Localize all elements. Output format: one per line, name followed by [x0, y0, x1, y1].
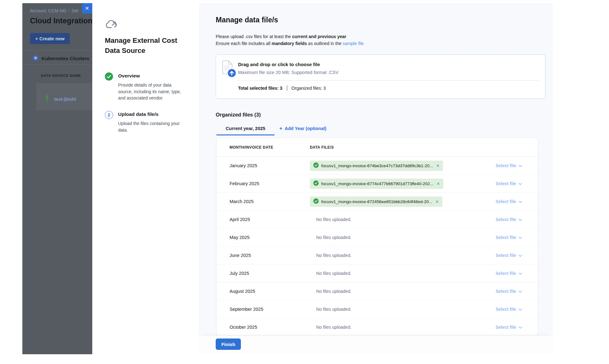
select-file-label: Select file	[496, 199, 516, 204]
instructions-line2: Ensure each file includes all mandatory …	[216, 40, 364, 47]
month-label: March 2025	[217, 199, 310, 204]
empty-files-text: No files uploaded.	[316, 307, 351, 312]
chevron-down-icon	[519, 289, 522, 294]
select-file-dropdown[interactable]: Select file	[496, 253, 522, 258]
empty-files-text: No files uploaded.	[316, 217, 351, 222]
table-row: September 2025No files uploaded.Select f…	[217, 300, 538, 318]
file-chip: focusv1_mongo-invoice-6774c477b667901d77…	[310, 179, 443, 189]
data-file-cell: focusv1_mongo-invoice-672456ee851bbb28c6…	[310, 196, 481, 207]
dropzone-title: Drag and drop or click to choose file	[238, 62, 320, 67]
organized-files-card: MONTH/INVOICE DATE DATA FILE/S January 2…	[216, 138, 538, 336]
organized-files-heading: Organized files (3)	[216, 112, 261, 118]
instructions-line1: Please upload .csv files for at least th…	[216, 33, 364, 40]
table-body: January 2025focusv1_mongo-invoice-674be3…	[217, 157, 538, 336]
manage-external-cost-drawer: Manage External Cost Data Source Overvie…	[92, 3, 553, 354]
upload-file-icon	[221, 60, 237, 79]
chevron-down-icon	[519, 163, 522, 168]
data-source-row-content: test-jbisht	[45, 94, 76, 105]
drawer-footer: Finish	[199, 336, 553, 354]
month-label: May 2025	[217, 235, 310, 240]
page-title: Cloud Integration	[30, 16, 92, 25]
select-file-label: Select file	[496, 289, 516, 294]
table-row: February 2025focusv1_mongo-invoice-6774c…	[217, 175, 538, 193]
data-file-cell: No files uploaded.	[310, 217, 481, 222]
month-label: January 2025	[217, 163, 310, 168]
organized-files-count: Organized files: 3	[292, 86, 326, 91]
file-dropzone[interactable]: Drag and drop or click to choose file Ma…	[216, 54, 545, 99]
cloud-external-icon	[105, 18, 118, 31]
table-row: June 2025No files uploaded.Select file	[217, 247, 538, 264]
file-uploaded-check-icon	[313, 162, 319, 169]
dimmed-background-page: Account: CCM-NG›Set Cloud Integration + …	[22, 3, 92, 354]
month-label: April 2025	[217, 217, 310, 222]
totals-divider	[287, 85, 287, 91]
breadcrumb: Account: CCM-NG›Set	[30, 8, 78, 13]
file-chip-name: focusv1_mongo-invoice-674be3ce47c73d37dd…	[321, 163, 433, 168]
data-source-name-link[interactable]: test-jbisht	[54, 97, 76, 102]
select-file-dropdown[interactable]: Select file	[496, 199, 522, 204]
table-row: March 2025focusv1_mongo-invoice-672456ee…	[217, 193, 538, 211]
table-row: August 2025No files uploaded.Select file	[217, 282, 538, 300]
remove-file-icon[interactable]: ✕	[435, 199, 439, 204]
month-label: October 2025	[217, 325, 310, 330]
remove-file-icon[interactable]: ✕	[436, 181, 440, 186]
select-file-dropdown[interactable]: Select file	[496, 307, 522, 312]
step1-label[interactable]: Overview	[118, 73, 140, 79]
table-row: April 2025No files uploaded.Select file	[217, 211, 538, 229]
create-new-button[interactable]: + Create new	[30, 33, 70, 44]
select-file-dropdown[interactable]: Select file	[496, 235, 522, 240]
mongodb-leaf-icon	[45, 94, 49, 105]
step1-complete-icon	[105, 72, 113, 81]
file-chip-name: focusv1_mongo-invoice-672456ee851bbb28c6…	[321, 199, 432, 204]
data-file-cell: No files uploaded.	[310, 306, 481, 312]
column-month-invoice-date: MONTH/INVOICE DATE	[217, 145, 310, 150]
select-file-label: Select file	[496, 163, 516, 168]
select-file-dropdown[interactable]: Select file	[496, 289, 522, 294]
dropzone-totals: Total selected files: 3 Organized files:…	[238, 85, 326, 91]
step2-label[interactable]: Upload data file/s	[118, 111, 158, 117]
remove-file-icon[interactable]: ✕	[436, 163, 440, 168]
screen: Account: CCM-NG›Set Cloud Integration + …	[0, 0, 609, 364]
table-row: October 2025No files uploaded.Select fil…	[217, 318, 538, 336]
breadcrumb-account-link[interactable]: Account: CCM-NG	[30, 8, 66, 13]
step2-description: Upload the files containing your data.	[118, 120, 184, 133]
breadcrumb-separator-icon: ›	[68, 8, 70, 13]
add-year-button[interactable]: + Add Year (optional)	[279, 126, 327, 131]
column-data-files: DATA FILE/S	[310, 145, 481, 150]
empty-files-text: No files uploaded.	[316, 289, 351, 294]
select-file-label: Select file	[496, 217, 516, 222]
select-file-dropdown[interactable]: Select file	[496, 181, 522, 186]
divider	[22, 50, 92, 51]
select-file-dropdown[interactable]: Select file	[496, 271, 522, 276]
select-file-label: Select file	[496, 271, 516, 276]
finish-button[interactable]: Finish	[216, 338, 241, 350]
data-file-cell: No files uploaded.	[310, 235, 481, 240]
month-label: February 2025	[217, 181, 310, 186]
table-row: January 2025focusv1_mongo-invoice-674be3…	[217, 157, 538, 175]
tab-current-year[interactable]: Current year, 2025	[216, 126, 275, 131]
step1-description: Provide details of your data source, inc…	[118, 82, 184, 101]
select-file-label: Select file	[496, 325, 516, 330]
close-icon: ✕	[85, 5, 89, 11]
select-file-label: Select file	[496, 181, 516, 186]
data-file-cell: focusv1_mongo-invoice-674be3ce47c73d37dd…	[310, 161, 481, 171]
chevron-down-icon	[519, 181, 522, 186]
manage-data-files-title: Manage data file/s	[216, 16, 278, 24]
select-file-dropdown[interactable]: Select file	[496, 163, 522, 168]
plus-icon: +	[279, 126, 282, 131]
breadcrumb-section-link[interactable]: Set	[72, 8, 78, 13]
empty-files-text: No files uploaded.	[316, 325, 351, 330]
kubernetes-icon	[33, 55, 38, 62]
data-file-cell: No files uploaded.	[310, 324, 481, 330]
kubernetes-clusters-label: Kubernetes Clusters	[42, 56, 89, 61]
divider	[22, 64, 92, 65]
select-file-dropdown[interactable]: Select file	[496, 217, 522, 222]
file-chip-name: focusv1_mongo-invoice-6774c477b667901d77…	[321, 181, 433, 186]
close-drawer-button[interactable]: ✕	[82, 3, 92, 14]
sample-file-link[interactable]: sample file	[343, 41, 364, 46]
kubernetes-clusters-tab[interactable]: Kubernetes Clusters	[33, 55, 89, 62]
select-file-dropdown[interactable]: Select file	[496, 325, 522, 330]
empty-files-text: No files uploaded.	[316, 253, 351, 258]
stepper-panel: Manage External Cost Data Source Overvie…	[92, 3, 199, 354]
data-file-cell: No files uploaded.	[310, 270, 481, 276]
